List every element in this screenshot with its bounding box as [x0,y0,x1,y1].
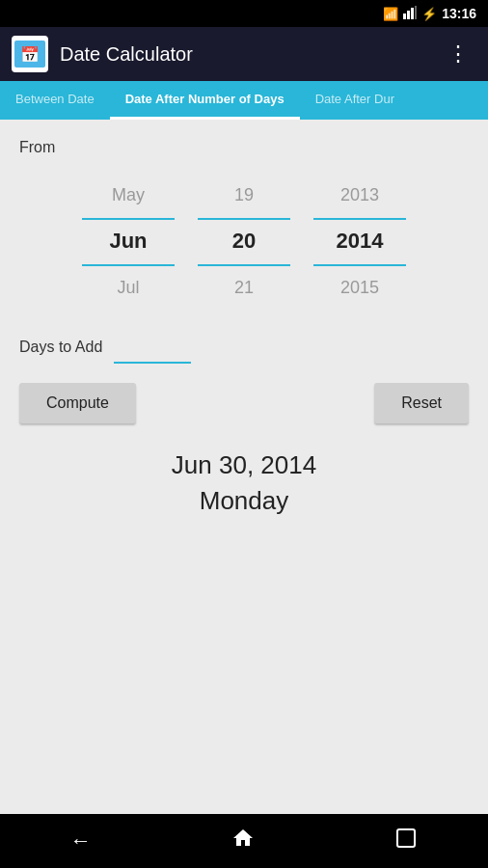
date-picker: May Jun Jul 19 20 21 2013 2014 2015 [19,172,469,311]
days-to-add-input[interactable] [114,338,191,364]
main-content: From May Jun Jul 19 20 21 2013 2014 2015 [0,120,488,814]
result-section: Jun 30, 2014 Monday [19,450,469,516]
wifi-icon: 📶 [383,7,398,21]
year-column[interactable]: 2013 2014 2015 [302,172,418,311]
tab-date-after-days[interactable]: Date After Number of Days [110,81,300,120]
buttons-row: Compute Reset [19,383,469,423]
tab-bar: Between Date Date After Number of Days D… [0,81,488,120]
home-button[interactable] [208,819,278,863]
tab-between-date[interactable]: Between Date [0,81,110,120]
back-button[interactable]: ← [47,821,115,861]
month-line-top [82,218,175,220]
year-next[interactable]: 2015 [302,264,418,311]
from-label: From [19,139,469,156]
battery-icon: ⚡ [421,7,437,21]
status-bar: 📶 ⚡ 13:16 [0,0,488,27]
app-bar: Date Calculator ⋮ [0,27,488,81]
month-line-bottom [82,264,175,266]
year-prev[interactable]: 2013 [302,172,418,218]
year-line-bottom [313,264,406,266]
days-to-add-row: Days to Add [19,338,469,364]
recent-button[interactable] [371,819,441,863]
days-input-wrapper [114,338,191,364]
menu-button[interactable]: ⋮ [440,38,476,70]
app-icon-inner [14,41,45,68]
bottom-nav: ← [0,814,488,868]
svg-rect-4 [397,829,415,847]
year-line-top [313,218,406,220]
day-current[interactable]: 20 [186,218,302,264]
month-column[interactable]: May Jun Jul [70,172,186,311]
day-column[interactable]: 19 20 21 [186,172,302,311]
svg-rect-2 [411,8,414,19]
status-icons: 📶 ⚡ 13:16 [383,6,476,22]
svg-rect-3 [415,6,417,19]
days-to-add-label: Days to Add [19,339,102,364]
signal-icon [403,6,417,22]
svg-rect-0 [403,14,406,19]
day-line-bottom [198,264,290,266]
compute-button[interactable]: Compute [19,383,136,423]
reset-button[interactable]: Reset [374,383,469,423]
day-next[interactable]: 21 [186,264,302,311]
tab-date-after-dur[interactable]: Date After Dur [300,81,410,120]
app-title: Date Calculator [60,43,440,66]
day-line-top [198,218,290,220]
result-day: Monday [200,486,289,516]
day-prev[interactable]: 19 [186,172,302,218]
month-current[interactable]: Jun [70,218,186,264]
year-current[interactable]: 2014 [302,218,418,264]
month-next[interactable]: Jul [70,264,186,311]
result-date: Jun 30, 2014 [172,450,316,480]
svg-rect-1 [407,11,410,19]
status-time: 13:16 [442,6,476,21]
app-icon [12,36,48,72]
month-prev[interactable]: May [70,172,186,218]
